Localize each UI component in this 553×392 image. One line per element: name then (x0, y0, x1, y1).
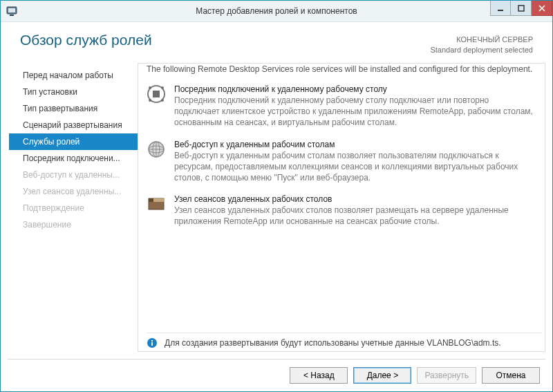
wizard-button-bar: < Назад Далее > Развернуть Отмена (1, 360, 552, 391)
sidebar-item-completion: Завершение (9, 216, 138, 233)
svg-point-12 (161, 99, 164, 102)
sidebar-item-label: Перед началом работы (23, 71, 113, 80)
sidebar-item-before-you-begin[interactable]: Перед началом работы (9, 67, 138, 84)
svg-point-11 (149, 99, 151, 102)
sidebar-item-deployment-type[interactable]: Тип развертывания (9, 100, 138, 117)
window-title: Мастер добавления ролей и компонентов (1, 6, 552, 16)
sidebar-item-label: Тип установки (23, 87, 77, 97)
role-title: Веб-доступ к удаленным рабочим столам (174, 140, 536, 149)
intro-text: The following Remote Desktop Services ro… (147, 64, 536, 75)
minimize-button[interactable] (490, 1, 511, 16)
role-title: Посредник подключений к удаленному рабоч… (174, 84, 536, 94)
role-item-broker: Посредник подключений к удаленному рабоч… (147, 84, 536, 129)
deploy-button: Развернуть (417, 367, 476, 384)
sidebar-item-label: Тип развертывания (23, 104, 97, 113)
svg-rect-20 (149, 198, 153, 202)
sidebar-item-deployment-scenario[interactable]: Сценарий развертывания (9, 117, 138, 133)
role-item-web-access: Веб-доступ к удаленным рабочим столам Ве… (147, 140, 536, 184)
sidebar-item-session-host: Узел сеансов удаленны... (9, 183, 138, 200)
app-icon (6, 5, 18, 17)
role-item-session-host: Узел сеансов удаленных рабочих столов Уз… (147, 194, 536, 227)
wizard-window: Мастер добавления ролей и компонентов Об… (0, 0, 553, 392)
sidebar-item-label: Подтверждение (23, 203, 84, 213)
globe-icon (147, 140, 166, 159)
role-title: Узел сеансов удаленных рабочих столов (174, 194, 536, 204)
sidebar-item-connection-broker[interactable]: Посредник подключени... (9, 150, 138, 167)
svg-rect-4 (518, 6, 524, 11)
svg-rect-23 (151, 340, 153, 342)
page-header: Обзор служб ролей КОНЕЧНЫЙ СЕРВЕР Standa… (1, 22, 552, 60)
sidebar-item-web-access: Веб-доступ к удаленны... (9, 167, 138, 183)
role-description: Веб-доступ к удаленным рабочим столам по… (174, 150, 536, 184)
sidebar-item-role-services[interactable]: Службы ролей (9, 133, 138, 150)
page-title: Обзор служб ролей (20, 32, 152, 48)
credentials-info-text: Для создания развертывания будут использ… (165, 338, 501, 348)
wizard-sidebar: Перед началом работы Тип установки Тип р… (9, 63, 138, 359)
maximize-button[interactable] (511, 1, 532, 16)
sidebar-item-label: Службы ролей (23, 137, 79, 147)
sidebar-item-label: Сценарий развертывания (23, 120, 122, 130)
deployment-selected-label: Standard deployment selected (430, 45, 533, 55)
sidebar-item-label: Узел сеансов удаленны... (23, 187, 121, 196)
sidebar-item-label: Завершение (23, 220, 71, 230)
svg-point-10 (161, 86, 164, 89)
sidebar-item-confirmation: Подтверждение (9, 200, 138, 216)
next-button[interactable]: Далее > (353, 367, 411, 384)
credentials-info-row: Для создания развертывания будут использ… (147, 333, 542, 351)
close-button[interactable] (532, 1, 552, 16)
svg-point-9 (149, 86, 151, 89)
sidebar-item-label: Веб-доступ к удаленны... (23, 170, 120, 180)
broker-icon (147, 84, 166, 104)
cancel-button[interactable]: Отмена (482, 367, 540, 384)
host-icon (147, 194, 166, 214)
titlebar: Мастер добавления ролей и компонентов (1, 1, 552, 22)
header-meta: КОНЕЧНЫЙ СЕРВЕР Standard deployment sele… (430, 32, 533, 56)
sidebar-item-label: Посредник подключени... (23, 153, 120, 163)
destination-server-label: КОНЕЧНЫЙ СЕРВЕР (430, 35, 533, 45)
wizard-body: Перед началом работы Тип установки Тип р… (1, 60, 552, 359)
role-description: Посредник подключений к удаленному рабоч… (174, 95, 536, 129)
window-controls (490, 1, 552, 16)
svg-rect-22 (151, 342, 153, 346)
content-pane: The following Remote Desktop Services ro… (138, 63, 545, 352)
content-scroll[interactable]: The following Remote Desktop Services ro… (147, 64, 542, 333)
info-icon (147, 337, 158, 348)
back-button[interactable]: < Назад (290, 367, 348, 384)
role-description: Узел сеансов удаленных рабочих столов по… (174, 205, 536, 227)
svg-rect-1 (8, 8, 15, 12)
svg-rect-2 (10, 15, 14, 16)
sidebar-item-installation-type[interactable]: Тип установки (9, 84, 138, 100)
svg-rect-8 (153, 91, 160, 97)
